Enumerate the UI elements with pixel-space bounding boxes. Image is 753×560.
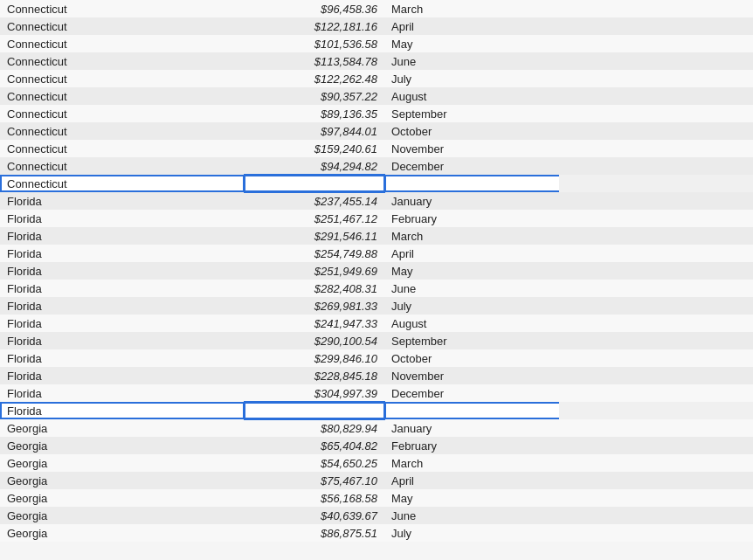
extra-cell (559, 419, 753, 437)
extra-cell (559, 315, 753, 332)
month-cell: August (384, 87, 559, 105)
table-row: Florida $291,546.11 March (0, 227, 753, 245)
table-row: Georgia $56,168.58 May (0, 489, 753, 507)
state-cell: Florida (0, 192, 245, 210)
month-cell: June (384, 507, 559, 524)
extra-cell (559, 437, 753, 454)
state-cell: Connecticut (0, 87, 245, 105)
table-row: Connecticut $97,844.01 October (0, 122, 753, 140)
amount-cell: $75,467.10 (245, 472, 384, 489)
month-cell: July (384, 297, 559, 315)
table-row: Connecticut $159,240.61 November (0, 140, 753, 157)
extra-cell (559, 17, 753, 35)
month-cell: May (384, 35, 559, 52)
extra-cell (559, 210, 753, 227)
state-cell: Connecticut (0, 70, 245, 87)
month-cell: July (384, 70, 559, 87)
amount-cell: $97,844.01 (245, 122, 384, 140)
month-cell: May (384, 489, 559, 507)
month-cell: January (384, 192, 559, 210)
table-row: Florida $269,981.33 July (0, 297, 753, 315)
extra-cell (559, 70, 753, 87)
state-cell: Connecticut (0, 52, 245, 70)
month-cell: October (384, 122, 559, 140)
month-cell: June (384, 52, 559, 70)
month-cell: March (384, 454, 559, 472)
amount-cell: $89,136.35 (245, 105, 384, 122)
month-cell: January (384, 419, 559, 437)
table-row: Georgia $80,829.94 January (0, 419, 753, 437)
extra-cell (559, 105, 753, 122)
extra-cell (559, 140, 753, 157)
extra-cell (559, 122, 753, 140)
month-cell: May (384, 262, 559, 280)
table-row: Georgia $75,467.10 April (0, 472, 753, 489)
table-row: Georgia $86,875.51 July (0, 524, 753, 542)
amount-cell: $269,981.33 (245, 297, 384, 315)
amount-cell: $304,997.39 (245, 384, 384, 402)
month-cell: March (384, 0, 559, 17)
table-row: Florida $254,749.88 April (0, 245, 753, 262)
extra-cell (559, 157, 753, 175)
month-cell: November (384, 367, 559, 384)
month-cell: September (384, 105, 559, 122)
amount-cell: $251,949.69 (245, 262, 384, 280)
extra-cell (559, 507, 753, 524)
table-row: Florida $241,947.33 August (0, 315, 753, 332)
state-cell: Florida (0, 210, 245, 227)
extra-cell (559, 245, 753, 262)
month-cell: March (384, 227, 559, 245)
state-cell: Florida (0, 280, 245, 297)
month-cell: November (384, 140, 559, 157)
amount-cell (245, 175, 384, 192)
extra-cell (559, 402, 753, 419)
state-cell: Georgia (0, 472, 245, 489)
table-row: Connecticut $113,584.78 June (0, 52, 753, 70)
state-cell: Connecticut (0, 157, 245, 175)
month-cell: December (384, 384, 559, 402)
extra-cell (559, 332, 753, 349)
table-row: Connecticut $101,536.58 May (0, 35, 753, 52)
state-cell: Connecticut (0, 35, 245, 52)
state-cell: Florida (0, 297, 245, 315)
amount-cell: $299,846.10 (245, 349, 384, 367)
extra-cell (559, 192, 753, 210)
table-row: Florida $228,845.18 November (0, 367, 753, 384)
month-cell: July (384, 524, 559, 542)
extra-cell (559, 280, 753, 297)
amount-cell: $96,458.36 (245, 0, 384, 17)
table-row: Florida $251,467.12 February (0, 210, 753, 227)
amount-cell: $251,467.12 (245, 210, 384, 227)
amount-cell: $159,240.61 (245, 140, 384, 157)
amount-cell: $56,168.58 (245, 489, 384, 507)
extra-cell (559, 524, 753, 542)
state-cell: Florida (0, 384, 245, 402)
month-cell: April (384, 17, 559, 35)
extra-cell (559, 472, 753, 489)
state-cell: Georgia (0, 507, 245, 524)
amount-cell: $90,357.22 (245, 87, 384, 105)
amount-cell (245, 402, 384, 419)
table-row: Georgia $54,650.25 March (0, 454, 753, 472)
extra-cell (559, 262, 753, 280)
state-cell: Georgia (0, 419, 245, 437)
extra-cell (559, 175, 753, 192)
amount-cell: $254,749.88 (245, 245, 384, 262)
table-container: Connecticut $96,458.36 March Connecticut… (0, 0, 753, 560)
state-cell: Connecticut (0, 122, 245, 140)
extra-cell (559, 367, 753, 384)
amount-cell: $101,536.58 (245, 35, 384, 52)
state-cell: Connecticut (0, 105, 245, 122)
table-row: Florida $237,455.14 January (0, 192, 753, 210)
month-cell: September (384, 332, 559, 349)
state-cell: Florida (0, 227, 245, 245)
state-cell: Connecticut (0, 140, 245, 157)
month-cell: June (384, 280, 559, 297)
extra-cell (559, 35, 753, 52)
amount-cell: $65,404.82 (245, 437, 384, 454)
table-row: Connecticut $96,458.36 March (0, 0, 753, 17)
extra-cell (559, 0, 753, 17)
month-cell (384, 402, 559, 419)
extra-cell (559, 52, 753, 70)
table-row: Florida $299,846.10 October (0, 349, 753, 367)
